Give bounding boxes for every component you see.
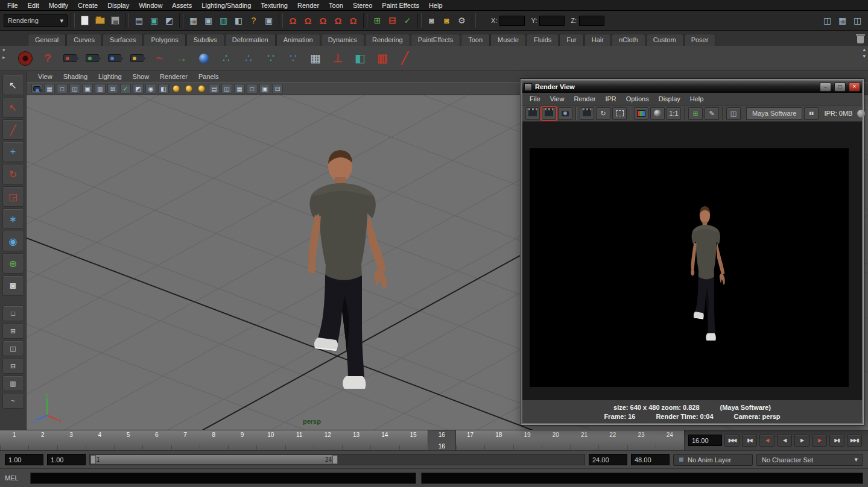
shelf-scroll-buttons[interactable]: ▴ ▾ bbox=[863, 47, 866, 59]
alpha-channel-icon[interactable] bbox=[650, 107, 665, 120]
rgb-channels-icon[interactable] bbox=[634, 107, 648, 120]
shelf-tab[interactable]: General bbox=[28, 34, 66, 46]
redo-previous-render-icon[interactable] bbox=[542, 107, 556, 120]
step-back-frame-button[interactable]: ▮◀ bbox=[742, 435, 757, 447]
render-view-menu-item[interactable]: Options bbox=[621, 95, 654, 102]
bookmark-icon[interactable]: ⊟ bbox=[272, 84, 283, 93]
close-button[interactable]: × bbox=[849, 83, 860, 92]
render-settings-icon[interactable]: ⚙ bbox=[455, 14, 469, 28]
command-input[interactable] bbox=[30, 473, 416, 484]
shelf-arrow-tool-icon[interactable]: → bbox=[172, 49, 191, 68]
pause-ipr-icon[interactable]: ▮▮ bbox=[804, 107, 819, 120]
statusline-divider[interactable] bbox=[472, 13, 476, 28]
render-view-menu-item[interactable]: File bbox=[525, 95, 545, 102]
shelf-paintfx-swoosh-icon[interactable]: ~ bbox=[150, 49, 169, 68]
snap-curve-icon[interactable]: Ω bbox=[301, 14, 315, 28]
select-all-mask-icon[interactable]: ▦ bbox=[186, 14, 200, 28]
shadows-icon[interactable]: ▤ bbox=[209, 84, 220, 93]
grid-toggle-icon[interactable]: ▦ bbox=[44, 84, 55, 93]
rotate-tool-button[interactable]: ↻ bbox=[2, 164, 24, 184]
shelf-hypergraph-icon[interactable]: ▦ bbox=[306, 49, 325, 68]
render-view-canvas[interactable] bbox=[522, 122, 862, 400]
panel-menu-item[interactable]: View bbox=[33, 73, 58, 80]
layout-single-pane-button[interactable]: □ bbox=[2, 306, 24, 321]
lighting-active-icon[interactable] bbox=[183, 84, 194, 93]
shelf-camera-keyframe-icon[interactable] bbox=[83, 49, 102, 68]
shelf-cube-icon[interactable]: ◧ bbox=[350, 49, 370, 68]
show-manipulator-button[interactable]: ⊕ bbox=[2, 253, 24, 274]
shelf-tab[interactable]: Muscle bbox=[490, 34, 526, 46]
panel-menu-item[interactable]: Shading bbox=[58, 73, 93, 80]
last-tool-button[interactable]: ◙ bbox=[2, 275, 24, 296]
shelf-tab[interactable]: Deformation bbox=[225, 34, 276, 46]
step-back-key-button[interactable]: ◀ bbox=[759, 435, 775, 447]
panel-menu-item[interactable]: Show bbox=[127, 73, 155, 80]
object-mode-icon[interactable]: ▣ bbox=[147, 14, 161, 28]
timeline-strip[interactable]: 16 1234567891011121314151617181920212223… bbox=[0, 430, 685, 450]
snapshot-icon[interactable] bbox=[558, 107, 572, 120]
layout-persp-graph-button[interactable]: ⊟ bbox=[2, 358, 24, 374]
panel-menu-item[interactable]: Lighting bbox=[93, 73, 127, 80]
range-slider-track[interactable]: 1 24 bbox=[89, 454, 585, 465]
render-current-frame-icon[interactable]: ◙ bbox=[425, 14, 439, 28]
menu-item[interactable]: Render bbox=[293, 1, 324, 10]
film-gate-icon[interactable]: □ bbox=[57, 84, 68, 93]
smooth-shade-icon[interactable]: ◉ bbox=[145, 84, 156, 93]
shelf-tab[interactable]: Poser bbox=[684, 34, 716, 46]
statusline-divider[interactable] bbox=[279, 13, 283, 28]
shelf-tab[interactable]: Surfaces bbox=[103, 34, 143, 46]
scale-tool-button[interactable]: ◲ bbox=[2, 186, 24, 207]
statusline-divider[interactable] bbox=[71, 13, 75, 28]
shelf-node-tree3-icon[interactable]: ∵ bbox=[261, 49, 280, 68]
x-input[interactable] bbox=[499, 16, 525, 26]
wireframe-icon[interactable]: ◩ bbox=[133, 84, 144, 93]
play-backwards-button[interactable]: ◀ bbox=[777, 435, 792, 447]
shelf-tab[interactable]: PaintEffects bbox=[411, 34, 461, 46]
camera-attributes-icon[interactable]: ▣ bbox=[259, 84, 270, 93]
ipr-render-icon[interactable] bbox=[580, 107, 594, 120]
render-layers-icon[interactable]: ◫ bbox=[726, 107, 741, 120]
render-settings-icon[interactable]: ⊞ bbox=[688, 107, 703, 120]
go-to-start-button[interactable]: ▮◀◀ bbox=[724, 435, 740, 447]
xray-icon[interactable]: ◫ bbox=[221, 84, 232, 93]
show-channelbox-icon[interactable]: ▦ bbox=[835, 14, 849, 28]
statusline-divider[interactable] bbox=[363, 13, 367, 28]
field-chart-icon[interactable]: ▥ bbox=[95, 84, 106, 93]
paint-select-tool-button[interactable]: ╱ bbox=[2, 119, 24, 140]
construction-history-icon[interactable]: ✓ bbox=[401, 14, 414, 28]
menu-item[interactable]: Modify bbox=[44, 1, 73, 10]
shelf-tab[interactable]: Custom bbox=[646, 34, 683, 46]
lock-selection-icon[interactable]: ? bbox=[247, 14, 261, 28]
resolution-gate-icon[interactable]: ◫ bbox=[69, 84, 80, 93]
snap-grid-icon[interactable]: Ω bbox=[286, 14, 300, 28]
render-view-menu-item[interactable]: Render bbox=[569, 95, 600, 102]
new-scene-icon[interactable] bbox=[78, 14, 92, 28]
textured-icon[interactable]: ◧ bbox=[158, 84, 169, 93]
select-surfaces-mask-icon[interactable]: ◧ bbox=[232, 14, 246, 28]
select-lines-mask-icon[interactable]: ▥ bbox=[217, 14, 230, 28]
edit-settings-icon[interactable]: ✎ bbox=[705, 107, 719, 120]
select-camera-icon[interactable] bbox=[31, 84, 42, 93]
open-scene-icon[interactable] bbox=[93, 14, 107, 28]
show-toolsettings-icon[interactable]: ◫ bbox=[851, 14, 864, 28]
render-icon[interactable] bbox=[525, 107, 540, 120]
shelf-tab[interactable]: Curves bbox=[66, 34, 102, 46]
layout-persp-outliner-button[interactable]: ◫ bbox=[2, 341, 24, 356]
menu-item[interactable]: Help bbox=[424, 1, 448, 10]
input-connections-icon[interactable]: ⊞ bbox=[370, 14, 384, 28]
shelf-render-reel-icon[interactable] bbox=[16, 49, 35, 68]
renderer-selector[interactable]: Maya Software bbox=[746, 107, 802, 120]
shelf-help-question-icon[interactable]: ? bbox=[38, 49, 57, 68]
shelf-tab[interactable]: Hair bbox=[584, 34, 611, 46]
animation-end-field[interactable] bbox=[631, 454, 670, 465]
render-view-menu-item[interactable]: Display bbox=[654, 95, 685, 102]
shelf-tab[interactable]: nCloth bbox=[612, 34, 645, 46]
trash-icon[interactable] bbox=[856, 34, 864, 43]
layout-hypershade-button[interactable]: ▥ bbox=[2, 375, 24, 391]
shelf-tab[interactable]: Fur bbox=[559, 34, 584, 46]
script-language-toggle[interactable]: MEL bbox=[5, 474, 25, 482]
menu-set-dropdown[interactable]: Rendering ▾ bbox=[4, 14, 68, 27]
soft-mod-tool-button[interactable]: ◉ bbox=[2, 231, 24, 251]
shelf-tab[interactable]: Polygons bbox=[144, 34, 185, 46]
playback-start-field[interactable] bbox=[47, 454, 86, 465]
